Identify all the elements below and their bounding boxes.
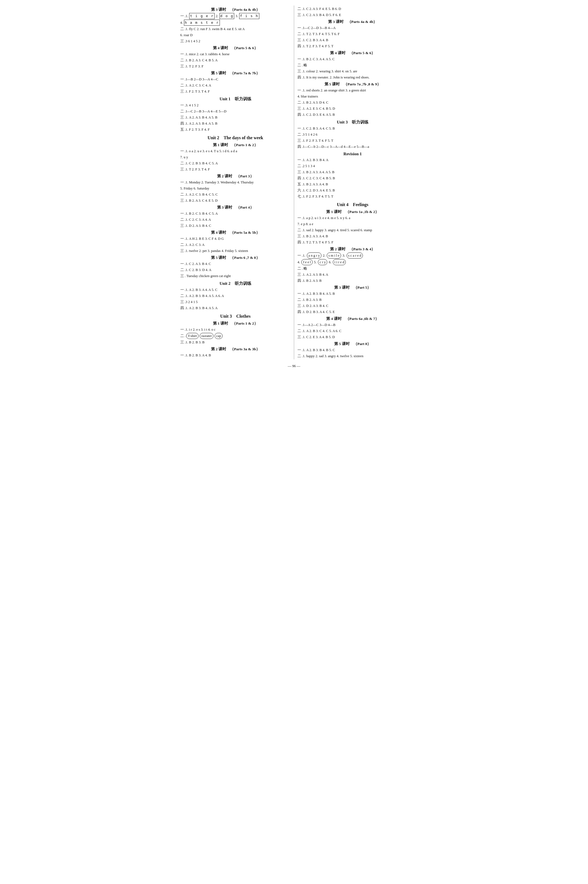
answer-line: 一 .1. A 2. B 3. B 4. A 5. B	[297, 291, 408, 296]
section-title-3: 第 5 课时 （Parts 7a & 7b）	[180, 71, 291, 76]
unit-title-2: Unit 2 The days of the week	[180, 135, 291, 141]
answer-line: 一 .1. o a 2. u e 3. e s 4. T u 5. i d 6.…	[180, 149, 291, 154]
answer-line: 七 .1. F 2. F 3. F 4. T 5. T	[297, 194, 408, 199]
section-title-r3: 第 5 课时 （Parts 7a ,7b ,8 & 9）	[297, 82, 408, 87]
answer-line: 三 .1. A 2. A 3. B 4. A	[297, 272, 408, 278]
answer-line: 三 .1. A 2. E 3. C 4. B 5. D	[297, 106, 408, 111]
answer-line: 5. Friday 6. Saturday	[180, 186, 291, 191]
circled-word-feel: f e e l	[302, 259, 312, 265]
answer-line: 三 .1. C 2. A 3. B 4. D 5. F 6. E	[297, 12, 408, 18]
section-title-r4: 第 1 课时 （Parts 1a ,1b & 2）	[297, 209, 408, 215]
answer-line: 三 .1. T 2. F 3. T 4. F	[180, 167, 291, 172]
answer-line: 一 .1. i r 2. e s 3. i t 4. o c	[180, 327, 291, 332]
answer-line: 四 .1. A 2. A 3. B 4. A 5. B	[180, 121, 291, 126]
answer-line: 二 . 略	[297, 266, 408, 271]
answer-line: 二 . 略	[297, 62, 408, 68]
left-column: 第 3 课时 （Parts 4a & 4b） 一 .1. t i g e r 2…	[178, 6, 293, 359]
answer-line: 二 .1. C 2. A 3. F 4. E 5. B 6. D	[297, 6, 408, 12]
circled-word-cry: c r y	[318, 259, 327, 265]
answer-line: 三 .1. C 2. B 3. A 4. B	[297, 37, 408, 43]
answer-line: 三 .1. F 2. T 3. T 4. F	[180, 89, 291, 94]
answer-line: 一 .1. A 2. B 3. B 4. B 5. C	[297, 347, 408, 353]
answer-line: 三 .1. B 2. B 3. B	[180, 339, 291, 345]
answer-line: 五 .1. F 2. T 3. F 4. F	[180, 127, 291, 132]
answer-line: 六 .1. C 2. D 3. A 4. E 5. B	[297, 188, 408, 193]
answer-line: 4. h a m s t e r	[180, 20, 291, 26]
answer-line: 二 .1. A 2. C 3. B 4. C 5. C	[180, 192, 291, 197]
answer-line: 三 .1. D 2. A 3. B 4. C	[297, 303, 408, 309]
circled-word: T-shirt	[186, 333, 199, 339]
circled-word-angry: a n g r y	[307, 252, 321, 258]
answer-line: 一 .1. t i g e r 2. d o g 3. f i s h	[180, 13, 291, 19]
answer-line: 二 .1. T 2. T 3. F 4. T 5. T 6. F	[297, 31, 408, 37]
section-title-5: 第 2 课时 （Part 3）	[180, 174, 291, 179]
section-title-1: 第 3 课时 （Parts 4a & 4b）	[180, 7, 291, 12]
section-title-6: 第 3 课时 （Part 4）	[180, 205, 291, 210]
section-title-7: 第 4 课时 （Parts 5a & 5b）	[180, 230, 291, 235]
answer-line: 二 .3 5 1 4 2 6	[297, 132, 408, 137]
answer-line: 一 .1. B 2. C 3. A 4. A 5. C	[297, 56, 408, 62]
unit-title-r2: Revision 1	[297, 152, 408, 156]
answer-line: 一 .1. red shorts 2. an orange shirt 3. a…	[297, 87, 408, 93]
section-title-r5: 第 2 课时 （Parts 3 & 4）	[297, 247, 408, 252]
answer-line: 一 .3. 4 1 5 2	[180, 102, 291, 108]
answer-line: 二 .1. B 2. A 3. C 4. B 5. A	[180, 57, 291, 63]
answer-line: 二 .2 5 1 3 4	[297, 163, 408, 169]
right-column: 二 .1. C 2. A 3. F 4. E 5. B 6. D 三 .1. C…	[295, 6, 410, 359]
answer-line: 三 . Tuesday chicken green cat eight	[180, 273, 291, 279]
answer-line: 7. u y	[180, 155, 291, 160]
circled-word-scared: s c a r e d	[346, 252, 363, 258]
answer-line: 二 .T-shirtsweatercap	[180, 333, 291, 339]
answer-line: 7. e p 8. a e	[297, 221, 408, 227]
answer-line: 二 .1. A 2. B 3. B 4. A 5. A 6. A	[180, 293, 291, 299]
answer-line: 一 .1. a p 2. u i 3. e e 4. m e 5. n y 6.…	[297, 215, 408, 221]
answer-line: 4. blue trainers	[297, 94, 408, 99]
page-container: 第 3 课时 （Parts 4a & 4b） 一 .1. t i g e r 2…	[178, 6, 410, 359]
answer-line: 三 .1. D 2. A 3. B 4. C	[180, 223, 291, 228]
answer-line: 四 .1—C—b 2—D—c 3—A—d 4—E—e 5—B—a	[297, 144, 408, 149]
circled-word-tired: t i r e d	[333, 259, 346, 265]
answer-line: 一 .1. B 2. B 3. A 4. B	[180, 353, 291, 358]
answer-line: 四 .1. T 2. F 3. T 4. F 5. T	[297, 44, 408, 49]
answer-line: 二 .1. B 2. A 3. B	[297, 297, 408, 303]
answer-line: 三 .1. B 2. A 3. C 4. E 5. D	[180, 198, 291, 203]
section-title-9: 第 1 课时 （Parts 1 & 2）	[180, 321, 291, 326]
section-title-r1: 第 3 课时 （Parts 4a & 4b）	[297, 20, 408, 24]
answer-line: 三 .3 2 4 1 5	[180, 299, 291, 305]
section-title-r2: 第 4 课时 （Parts 5 & 6）	[297, 51, 408, 56]
answer-line: 二 .1. A 2. B 3. C 4. C 5. A 6. C	[297, 328, 408, 334]
section-title-4: 第 1 课时 （Parts 1 & 2）	[180, 143, 291, 147]
answer-line: 4. f e e l 5. c r y 6. t i r e d	[297, 259, 408, 265]
section-title-r7: 第 4 课时 （Parts 6a ,6b & 7）	[297, 316, 408, 321]
section-title-2: 第 4 课时 （Parts 5 & 6）	[180, 46, 291, 51]
answer-line: 一 .1. mice 2. cat 3. rabbits 4. horse	[180, 51, 291, 57]
circled-word-smile: s m i l e	[327, 252, 341, 258]
answer-line: 四 .1. C 2. C 3. C 4. B 5. B	[297, 176, 408, 181]
unit-title-4: Unit 3 Clothes	[180, 314, 291, 319]
answer-line: 一 .1. B 2. C 3. B 4. C 5. A	[180, 211, 291, 216]
section-title-r6: 第 3 课时 （Part 5）	[297, 285, 408, 290]
answer-line: 一 .1. A 2. B 3. B 4. A	[297, 157, 408, 163]
answer-line: 二 .1. A 2. C 3. A	[180, 242, 291, 248]
answer-line: 四 .1. A 2. B 3. B 4. A 5. A	[180, 305, 291, 311]
answer-line: 四 .1. D 2. B 3. A 4. C 5. E	[297, 309, 408, 315]
section-title-r8: 第 5 课时 （Part 8）	[297, 341, 408, 347]
section-title-8: 第 5 课时 （Parts 6 ,7 & 8）	[180, 255, 291, 260]
answer-line: 6. roar D	[180, 32, 291, 38]
answer-line: 三 .1. F 2. F 3. T 4. F 5. T	[297, 138, 408, 143]
page-number: — 96 —	[178, 364, 410, 368]
answer-line: 三 .3 6 1 4 5 2	[180, 38, 291, 44]
answer-line: 一 .1—B 2—D 3—A 4—C	[180, 77, 291, 82]
answer-line: 三 .1. T 2. F 3. F	[180, 63, 291, 69]
answer-line: 四 .1. It is my sweater. 2. John is weari…	[297, 75, 408, 80]
answer-line: 一 .1. C 2. B 3. A 4. C 5. B	[297, 126, 408, 131]
answer-line: 一 .1. Monday 2. Tuesday 3. Wednesday 4. …	[180, 180, 291, 185]
answer-line: 三 .1. C 2. E 3. A 4. B 5. D	[297, 334, 408, 340]
unit-title-1: Unit 1 听力训练	[180, 96, 291, 102]
answer-line: 一 .1. C 2. A 3. B 4. C	[180, 261, 291, 267]
answer-line: 一 .1—A 2—C 3—D 4—B	[297, 322, 408, 328]
answer-line: 四 .1. B 2. A 3. B	[297, 278, 408, 284]
answer-line: 二 .1. sad 2. happy 3. angry 4. tired 5. …	[297, 227, 408, 233]
answer-line: 二 .1. A 2. C 3. C 4. A	[180, 83, 291, 88]
answer-line: 三 .1. B 2. A 3. A 4. A 5. B	[297, 170, 408, 175]
